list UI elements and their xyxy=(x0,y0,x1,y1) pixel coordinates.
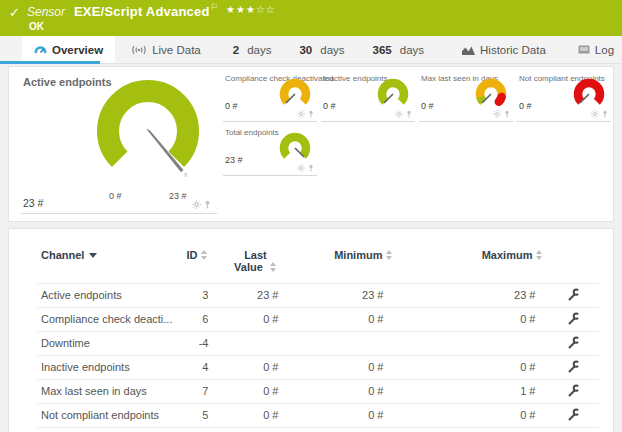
gear-icon[interactable] xyxy=(591,110,599,118)
last-value: 0 # xyxy=(212,404,282,428)
pin-icon[interactable] xyxy=(308,164,314,172)
channel-id: 4 xyxy=(176,356,212,380)
minimum-value xyxy=(282,332,397,356)
channel-row-downtime[interactable]: Downtime -4 xyxy=(37,332,599,356)
channel-settings-wrench-icon[interactable] xyxy=(567,288,580,301)
tab-2-days[interactable]: 2 days xyxy=(221,36,284,63)
channel-settings-wrench-icon[interactable] xyxy=(567,384,580,397)
channels-table-card: Channel ID Last Value Minimum Maximum xyxy=(8,228,614,432)
tab-overview[interactable]: Overview xyxy=(22,36,115,63)
live-signal-icon xyxy=(131,45,147,55)
gauge-scale-min: 0 # xyxy=(109,191,122,201)
tab-30-days[interactable]: 30 days xyxy=(287,36,356,63)
tab-label: Log xyxy=(595,44,614,56)
column-label: Last Value xyxy=(234,249,267,273)
column-header-id[interactable]: ID xyxy=(176,241,212,284)
maximum-value: 0 # xyxy=(397,356,547,380)
channel-name: Active endpoints xyxy=(37,284,176,308)
channel-id: 7 xyxy=(176,380,212,404)
gauge-dial xyxy=(275,78,315,110)
channel-name: Compliance check deacti... xyxy=(37,308,176,332)
pin-icon[interactable] xyxy=(602,110,608,118)
gauge-panel-inactive-endpoints[interactable]: Inactive endpoints 0 # xyxy=(321,71,415,122)
column-label: ID xyxy=(186,249,197,261)
pin-icon[interactable] xyxy=(406,110,412,118)
channel-row-total-endpoints[interactable]: Total endpoints 2 23 # 23 # 23 # xyxy=(37,428,599,432)
gear-icon[interactable] xyxy=(192,200,201,209)
tab-number: 30 xyxy=(299,44,312,56)
channel-name: Not compliant endpoints xyxy=(37,404,176,428)
channel-row-max-last-seen[interactable]: Max last seen in days 7 0 # 0 # 1 # xyxy=(37,380,599,404)
gear-icon[interactable] xyxy=(297,164,305,172)
tab-365-days[interactable]: 365 days xyxy=(361,36,436,63)
channel-id: 6 xyxy=(176,308,212,332)
maximum-value: 23 # xyxy=(397,284,547,308)
sort-desc-icon xyxy=(89,253,97,258)
channel-settings-wrench-icon[interactable] xyxy=(567,360,580,373)
gauge-dial: x xyxy=(73,73,223,199)
gauge-dial xyxy=(569,78,609,110)
tab-label: Overview xyxy=(52,44,103,56)
tab-log[interactable]: Log xyxy=(566,36,622,63)
tab-label: days xyxy=(247,44,271,56)
gauge-panel-compliance-check-deactivated[interactable]: Compliance check deactivated 0 # xyxy=(223,71,317,122)
gear-icon[interactable] xyxy=(395,110,403,118)
column-header-maximum[interactable]: Maximum xyxy=(397,241,547,284)
maximum-value: 23 # xyxy=(397,428,547,432)
gauge-panel-max-last-seen[interactable]: Max last seen in days 0 # xyxy=(419,71,513,122)
channel-settings-wrench-icon[interactable] xyxy=(567,312,580,325)
sensor-title: EXE/Script Advanced xyxy=(74,4,210,19)
channel-row-not-compliant[interactable]: Not compliant endpoints 5 0 # 0 # 0 # xyxy=(37,404,599,428)
gauge-value: 23 # xyxy=(23,197,43,209)
channel-id: 3 xyxy=(176,284,212,308)
minimum-value: 23 # xyxy=(282,284,397,308)
pin-icon[interactable] xyxy=(308,110,314,118)
gauge-value: 0 # xyxy=(323,101,336,111)
minimum-value: 0 # xyxy=(282,308,397,332)
tab-label: Historic Data xyxy=(480,44,546,56)
gauge-panel-active-endpoints[interactable]: Active endpoints x 0 # 23 # 23 # xyxy=(21,71,217,214)
priority-stars[interactable]: ★★★☆☆ xyxy=(226,4,276,15)
column-header-channel[interactable]: Channel xyxy=(37,241,176,284)
sensor-status-text: OK xyxy=(29,21,44,32)
last-value: 0 # xyxy=(212,356,282,380)
tab-live-data[interactable]: Live Data xyxy=(119,36,213,63)
channel-settings-wrench-icon[interactable] xyxy=(567,336,580,349)
sort-icon xyxy=(386,250,393,260)
pin-icon[interactable] xyxy=(504,110,510,118)
channel-row-inactive-endpoints[interactable]: Inactive endpoints 4 0 # 0 # 0 # xyxy=(37,356,599,380)
gauge-dial xyxy=(275,132,315,164)
column-header-last-value[interactable]: Last Value xyxy=(212,241,282,284)
gauges-card: Active endpoints x 0 # 23 # 23 # Complia… xyxy=(8,66,614,222)
tab-label: days xyxy=(400,44,424,56)
active-tab-underline xyxy=(0,61,100,64)
sort-icon xyxy=(201,250,208,260)
column-label: Channel xyxy=(41,249,84,261)
tab-label: days xyxy=(320,44,344,56)
tab-historic-data[interactable]: Historic Data xyxy=(450,36,558,63)
channel-row-compliance-check[interactable]: Compliance check deacti... 6 0 # 0 # 0 # xyxy=(37,308,599,332)
last-value: 23 # xyxy=(212,284,282,308)
channel-settings-wrench-icon[interactable] xyxy=(567,408,580,421)
minimum-value: 0 # xyxy=(282,404,397,428)
channel-name: Inactive endpoints xyxy=(37,356,176,380)
object-kind-label: Sensor xyxy=(27,5,65,19)
status-ok-check-icon: ✓ xyxy=(9,5,20,20)
tab-number: 365 xyxy=(373,44,392,56)
gear-icon[interactable] xyxy=(493,110,501,118)
flag-icon[interactable]: ⚐ xyxy=(210,2,218,12)
tab-label: Live Data xyxy=(152,44,201,56)
gauge-panel-total-endpoints[interactable]: Total endpoints 23 # xyxy=(223,125,317,176)
minimum-value: 0 # xyxy=(282,356,397,380)
pin-icon[interactable] xyxy=(204,200,211,209)
column-label: Maximum xyxy=(482,249,533,261)
channels-table: Channel ID Last Value Minimum Maximum xyxy=(37,241,599,432)
gauge-panel-not-compliant-endpoints[interactable]: Not compliant endpoints 0 # xyxy=(517,71,611,122)
column-header-minimum[interactable]: Minimum xyxy=(282,241,397,284)
channel-name: Downtime xyxy=(37,332,176,356)
channel-row-active-endpoints[interactable]: Active endpoints 3 23 # 23 # 23 # xyxy=(37,284,599,308)
gear-icon[interactable] xyxy=(297,110,305,118)
minimum-value: 23 # xyxy=(282,428,397,432)
last-value: 23 # xyxy=(212,428,282,432)
channel-name: Max last seen in days xyxy=(37,380,176,404)
